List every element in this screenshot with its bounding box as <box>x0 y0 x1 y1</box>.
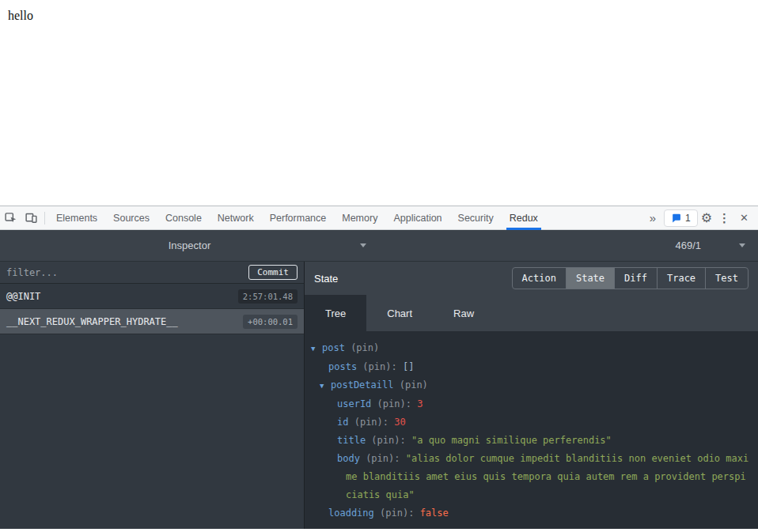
state-panel-title: State <box>314 273 338 285</box>
state-panel: State ActionStateDiffTraceTest TreeChart… <box>305 262 758 529</box>
device-toolbar-icon <box>25 211 38 224</box>
pin-link[interactable]: (pin): <box>377 398 411 409</box>
tree-value: 30 <box>394 417 405 428</box>
chevron-down-icon <box>739 243 745 247</box>
tree-value: false <box>420 507 449 519</box>
devtools-tabbar-right: » 1 ⚙ ⋮ ✕ <box>645 209 758 227</box>
tree-key[interactable]: loadding <box>328 507 374 519</box>
action-mode-button[interactable]: Action <box>513 268 567 289</box>
more-tabs-chevron-icon[interactable]: » <box>645 211 661 224</box>
device-toolbar-button[interactable] <box>21 208 41 228</box>
tab-redux[interactable]: Redux <box>502 206 546 230</box>
tree-node: id (pin): 30 <box>305 413 750 432</box>
tree-node: ▼post (pin) <box>305 339 750 358</box>
state-mode-button[interactable]: State <box>567 268 615 289</box>
tree-key[interactable]: post <box>322 342 345 353</box>
redux-main: Commit @@INIT2:57:01.48__NEXT_REDUX_WRAP… <box>0 262 758 529</box>
commit-button[interactable]: Commit <box>248 265 298 280</box>
expand-arrow-icon[interactable]: ▼ <box>320 377 331 395</box>
action-list: @@INIT2:57:01.48__NEXT_REDUX_WRAPPER_HYD… <box>0 284 304 334</box>
pin-link[interactable]: (pin) <box>400 379 428 391</box>
tree-node: title (pin): "a quo magni similique perf… <box>305 432 750 450</box>
close-devtools-icon[interactable]: ✕ <box>737 212 752 224</box>
devtools-tabbar: ElementsSourcesConsoleNetworkPerformance… <box>0 206 758 230</box>
test-mode-button[interactable]: Test <box>706 268 748 289</box>
tree-node: userId (pin): 3 <box>305 395 750 413</box>
inspect-cursor-icon <box>4 211 17 224</box>
tree-value: "a quo magni similique perferendis" <box>411 435 612 446</box>
tab-sources[interactable]: Sources <box>105 206 157 230</box>
state-tree: ▼post (pin)posts (pin): []▼postDetaill (… <box>305 331 758 529</box>
tree-key[interactable]: body <box>337 453 360 464</box>
view-tab-raw[interactable]: Raw <box>433 295 495 331</box>
tree-key[interactable]: userId <box>337 398 371 409</box>
tree-key[interactable]: id <box>337 417 348 428</box>
filter-row: Commit <box>0 262 304 284</box>
tab-network[interactable]: Network <box>210 206 262 230</box>
pin-link[interactable]: (pin): <box>362 361 396 372</box>
diff-mode-button[interactable]: Diff <box>615 268 658 289</box>
pin-link[interactable]: (pin): <box>371 435 405 446</box>
monitor-mode-buttons: ActionStateDiffTraceTest <box>512 267 749 289</box>
devtools-tab-strip: ElementsSourcesConsoleNetworkPerformance… <box>48 206 546 230</box>
tree-node: ▼postDetaill (pin) <box>305 376 750 395</box>
pin-link[interactable]: (pin) <box>351 342 379 353</box>
issues-count: 1 <box>685 213 691 224</box>
tree-value: [] <box>403 361 414 372</box>
state-view-tabs: TreeChartRaw <box>305 295 758 331</box>
action-list-item[interactable]: @@INIT2:57:01.48 <box>0 284 304 309</box>
pin-link[interactable]: (pin): <box>354 417 388 428</box>
action-name: __NEXT_REDUX_WRAPPER_HYDRATE__ <box>6 316 178 327</box>
settings-gear-icon[interactable]: ⚙ <box>701 210 712 225</box>
view-tab-chart[interactable]: Chart <box>366 295 433 331</box>
tree-node: body (pin): "alias dolor cumque impedit … <box>305 450 750 504</box>
tree-value: 3 <box>417 398 423 409</box>
filter-input[interactable] <box>6 267 248 278</box>
tree-node: loadding (pin): false <box>305 504 750 523</box>
tree-key[interactable]: posts <box>328 361 357 372</box>
tab-elements[interactable]: Elements <box>48 206 105 230</box>
pin-link[interactable]: (pin): <box>366 453 400 464</box>
tree-value: "alias dolor cumque impedit blanditiis n… <box>346 453 749 500</box>
tree-key[interactable]: postDetaill <box>331 379 393 391</box>
action-timestamp: +00:00.01 <box>243 315 298 329</box>
tab-console[interactable]: Console <box>157 206 210 230</box>
expand-arrow-icon[interactable]: ▼ <box>311 340 322 358</box>
tab-security[interactable]: Security <box>450 206 502 230</box>
issues-button[interactable]: 1 <box>664 209 698 227</box>
tree-key[interactable]: title <box>337 435 366 446</box>
action-timestamp: 2:57:01.48 <box>238 289 298 304</box>
action-list-panel: Commit @@INIT2:57:01.48__NEXT_REDUX_WRAP… <box>0 262 305 529</box>
action-list-item[interactable]: __NEXT_REDUX_WRAPPER_HYDRATE__+00:00.01 <box>0 309 304 334</box>
redux-top-toolbar: Inspector 469/1 <box>0 230 758 262</box>
trace-mode-button[interactable]: Trace <box>658 268 706 289</box>
page-text: hello <box>0 0 758 23</box>
tab-memory[interactable]: Memory <box>334 206 385 230</box>
state-panel-header: State ActionStateDiffTraceTest <box>305 262 758 295</box>
tree-node: posts (pin): [] <box>305 358 750 376</box>
pin-link[interactable]: (pin): <box>380 507 414 519</box>
action-name: @@INIT <box>6 291 40 302</box>
tab-performance[interactable]: Performance <box>262 206 335 230</box>
web-page: hello <box>0 0 758 206</box>
devtools-panel: ElementsSourcesConsoleNetworkPerformance… <box>0 206 758 529</box>
overflow-menu-icon[interactable]: ⋮ <box>715 211 733 225</box>
instance-dropdown-label: 469/1 <box>675 240 701 251</box>
monitor-dropdown[interactable]: Inspector <box>0 230 379 261</box>
tab-application[interactable]: Application <box>385 206 449 230</box>
view-tab-tree[interactable]: Tree <box>305 295 366 331</box>
inspect-element-button[interactable] <box>0 208 21 228</box>
instance-dropdown[interactable]: 469/1 <box>379 230 758 261</box>
issues-bubble-icon <box>671 213 681 223</box>
monitor-dropdown-label: Inspector <box>169 240 210 251</box>
toolbar-separator <box>44 212 45 224</box>
chevron-down-icon <box>360 243 366 247</box>
